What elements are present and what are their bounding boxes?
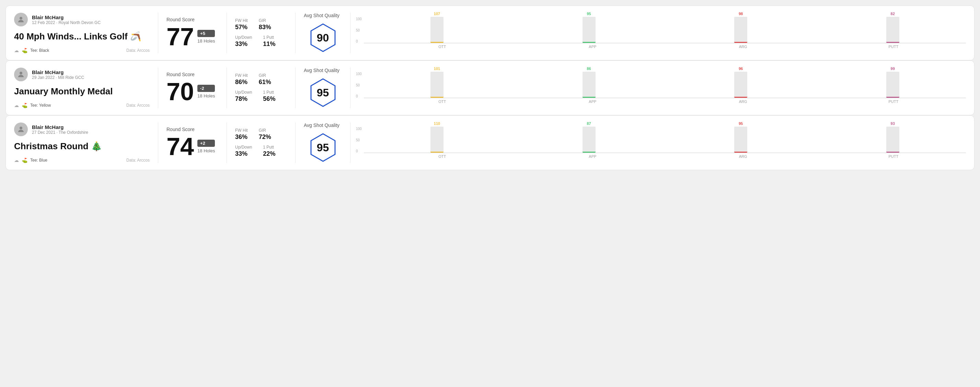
user-info: Blair McHarg 29 Jan 2022 · Mill Ride GCC [32,69,84,80]
x-label: ARG [671,154,816,159]
updown-value: 78% [235,95,252,103]
hex-score: 90 [317,32,329,44]
bar-group-0: 110 [364,121,511,153]
stats-row-bottom: Up/Down 33% 1 Putt 11% [235,35,287,48]
card-stats-section: FW Hit 57% GIR 83% Up/Down 33% 1 Putt 11… [227,13,296,53]
card-score-section: Round Score 70 -2 18 Holes [158,68,227,108]
x-label: APP [520,44,665,49]
svg-point-2 [19,72,22,75]
card-footer: ☁ ⛳ Tee: Yellow Data: Arccos [14,103,150,108]
y-label-100: 100 [356,72,362,76]
stat-gir: GIR 72% [259,128,271,141]
fw-hit-label: FW Hit [235,73,248,78]
avatar [14,68,28,81]
y-label-0: 0 [356,40,362,43]
chart-section: 100 50 0 110 87 95 [350,122,966,163]
score-badge: +5 [197,30,215,37]
round-card: Blair McHarg 29 Jan 2022 · Mill Ride GCC… [5,60,975,115]
score-number: 70 [167,79,194,104]
bar-background [582,127,595,153]
bar-background [582,72,595,98]
gir-value: 61% [259,79,271,86]
bar-group-3: 99 [819,67,966,98]
stat-gir: GIR 61% [259,73,271,86]
fw-hit-label: FW Hit [235,18,248,23]
bar-color-line [734,42,747,43]
oneputt-label: 1 Putt [263,90,275,95]
bar-background [582,17,595,43]
stat-fw-hit: FW Hit 57% [235,18,248,31]
score-badge: +2 [197,140,215,147]
x-label: ARG [671,44,816,49]
tee-info: ☁ ⛳ Tee: Blue [14,157,48,163]
tee-icon: ⛳ [22,157,27,163]
stat-oneputt: 1 Putt 56% [263,90,275,103]
cloud-icon: ☁ [14,157,19,163]
bar-color-line [886,152,899,153]
stat-oneputt: 1 Putt 11% [263,35,275,48]
avatar [14,13,28,26]
score-holes: 18 Holes [197,148,215,153]
data-source: Data: Arccos [126,158,150,163]
x-label: OTT [370,154,515,159]
bar-group-1: 95 [515,12,662,43]
tee-info: ☁ ⛳ Tee: Yellow [14,103,51,108]
stats-row-top: FW Hit 57% GIR 83% [235,18,287,31]
y-label-100: 100 [356,127,362,131]
bar-color-line [430,42,444,43]
chart-section: 100 50 0 101 86 96 [350,68,966,108]
data-source: Data: Arccos [126,103,150,108]
card-stats-section: FW Hit 86% GIR 61% Up/Down 78% 1 Putt 56… [227,68,296,108]
round-title: Christmas Round 🎄 [14,141,150,152]
stats-row-top: FW Hit 86% GIR 61% [235,73,287,86]
score-badge-col: -2 18 Holes [197,85,215,98]
bar-color-line [734,97,747,98]
x-label: APP [520,100,665,104]
bar-top-value: 101 [434,67,440,71]
user-info: Blair McHarg 27 Dec 2021 · The Oxfordshi… [32,124,88,135]
score-number: 77 [167,24,194,49]
quality-label: Avg Shot Quality [304,68,339,73]
bar-color-line [430,97,444,98]
bar-background [734,72,747,98]
tee-label: Tee: Black [30,48,49,53]
bar-top-value: 82 [891,12,895,16]
user-info: Blair McHarg 12 Feb 2022 · Royal North D… [32,14,100,25]
stat-updown: Up/Down 78% [235,90,252,103]
user-meta: 29 Jan 2022 · Mill Ride GCC [32,75,84,80]
user-row: Blair McHarg 29 Jan 2022 · Mill Ride GCC [14,68,150,81]
bar-color-line [582,97,595,98]
y-label-50: 50 [356,138,362,142]
x-label: OTT [370,44,515,49]
y-label-100: 100 [356,17,362,21]
user-name: Blair McHarg [32,124,88,130]
x-label: PUTT [821,44,966,49]
round-title: 40 Mph Winds... Links Golf 🪃 [14,31,150,42]
y-label-50: 50 [356,83,362,87]
stat-fw-hit: FW Hit 86% [235,73,248,86]
score-label: Round Score [167,72,218,77]
stats-row-top: FW Hit 36% GIR 72% [235,128,287,141]
x-label: APP [520,154,665,159]
x-label: ARG [671,100,816,104]
oneputt-value: 56% [263,95,275,103]
tee-info: ☁ ⛳ Tee: Black [14,48,49,53]
y-label-0: 0 [356,94,362,98]
score-holes: 18 Holes [197,38,215,44]
data-source: Data: Arccos [126,48,150,53]
round-card: Blair McHarg 12 Feb 2022 · Royal North D… [5,5,975,60]
bar-group-0: 107 [364,12,511,43]
stat-updown: Up/Down 33% [235,145,252,157]
card-left-section: Blair McHarg 12 Feb 2022 · Royal North D… [14,13,158,53]
card-score-section: Round Score 77 +5 18 Holes [158,13,227,53]
bar-color-line [430,152,444,153]
bar-background [430,17,444,43]
bar-background [430,127,444,153]
bar-top-value: 96 [739,67,743,71]
bar-color-line [886,97,899,98]
oneputt-value: 22% [263,150,275,157]
bar-background [734,127,747,153]
quality-label: Avg Shot Quality [304,13,339,18]
score-number: 74 [167,134,194,159]
x-label: PUTT [821,154,966,159]
